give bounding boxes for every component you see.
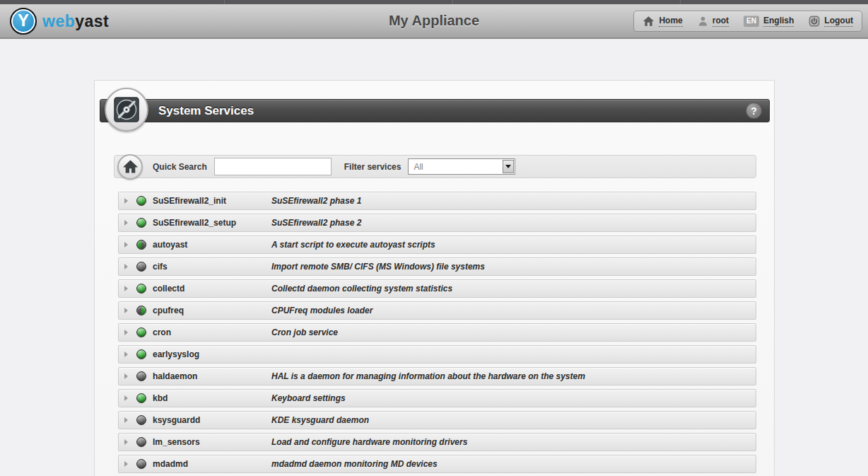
- service-list: SuSEfirewall2_init SuSEfirewall2 phase 1…: [118, 192, 756, 476]
- search-toolbar: Quick Search Filter services All: [114, 155, 756, 178]
- service-name: collectd: [153, 284, 271, 294]
- nav-logout[interactable]: Logout: [809, 16, 853, 27]
- expand-arrow-icon[interactable]: [124, 198, 131, 204]
- service-row[interactable]: haldaemon HAL is a daemon for managing i…: [118, 367, 756, 385]
- user-icon: [698, 16, 708, 27]
- service-description: Load and configure hardware monitoring d…: [271, 437, 467, 447]
- nav-user[interactable]: root: [698, 16, 729, 27]
- nav-language-label: English: [763, 16, 794, 27]
- expand-arrow-icon[interactable]: [124, 330, 131, 335]
- hard-disk-icon: [105, 88, 148, 132]
- service-row[interactable]: autoyast A start script to execute autoy…: [118, 236, 756, 254]
- language-badge: EN: [744, 16, 759, 27]
- nav-user-label: root: [712, 16, 729, 27]
- expand-arrow-icon[interactable]: [124, 439, 131, 445]
- expand-arrow-icon[interactable]: [124, 395, 131, 401]
- module-header: System Services ?: [100, 99, 770, 122]
- service-name: lm_sensors: [153, 437, 271, 447]
- help-button[interactable]: ?: [746, 103, 762, 119]
- overview-home-button[interactable]: [117, 154, 143, 180]
- service-description: KDE ksysguard daemon: [271, 415, 369, 425]
- service-name: cifs: [153, 262, 271, 272]
- app-header: Y webyast My Appliance Home root EN Engl…: [0, 4, 868, 39]
- service-row[interactable]: SuSEfirewall2_init SuSEfirewall2 phase 1: [118, 192, 756, 210]
- expand-arrow-icon[interactable]: [124, 242, 131, 248]
- dropdown-arrow-icon[interactable]: [503, 160, 514, 173]
- filter-services-select[interactable]: All: [408, 158, 515, 175]
- nav-home-label: Home: [659, 16, 682, 27]
- expand-arrow-icon[interactable]: [124, 308, 131, 313]
- status-dot-running: [136, 284, 146, 294]
- service-description: Collectd daemon collecting system statis…: [271, 284, 452, 294]
- status-dot-partial_left: [136, 240, 146, 250]
- status-dot-running: [136, 196, 146, 206]
- filter-selected-value: All: [414, 162, 423, 172]
- expand-arrow-icon[interactable]: [124, 373, 131, 379]
- status-dot-stopped: [136, 415, 146, 425]
- content-panel: System Services ? Quick Search Filter se…: [94, 80, 775, 476]
- service-row[interactable]: cifs Import remote SMB/ CIFS (MS Windows…: [118, 257, 756, 276]
- filter-services-label: Filter services: [344, 162, 401, 172]
- service-description: HAL is a daemon for managing information…: [271, 371, 585, 381]
- home-icon: [123, 160, 138, 173]
- service-description: Cron job service: [271, 327, 338, 337]
- service-name: earlysyslog: [153, 349, 271, 359]
- status-dot-stopped: [136, 262, 146, 272]
- expand-arrow-icon[interactable]: [124, 286, 131, 291]
- service-description: mdadmd daemon monitoring MD devices: [271, 459, 438, 469]
- expand-arrow-icon[interactable]: [124, 417, 131, 423]
- service-row[interactable]: ksysguardd KDE ksysguard daemon: [118, 411, 756, 429]
- service-row[interactable]: cpufreq CPUFreq modules loader: [118, 301, 756, 320]
- nav-logout-label: Logout: [824, 16, 853, 27]
- service-name: cpufreq: [153, 306, 271, 315]
- status-dot-stopped: [136, 459, 146, 469]
- expand-arrow-icon[interactable]: [124, 220, 131, 226]
- service-row[interactable]: mdadmd mdadmd daemon monitoring MD devic…: [118, 455, 756, 473]
- logout-icon: [809, 16, 820, 27]
- expand-arrow-icon[interactable]: [124, 352, 131, 357]
- service-description: SuSEfirewall2 phase 1: [271, 196, 361, 206]
- status-dot-stopped: [136, 371, 146, 381]
- service-name: kbd: [153, 393, 271, 403]
- service-name: mdadmd: [153, 459, 271, 469]
- user-nav: Home root EN English Logout: [633, 11, 862, 32]
- service-row[interactable]: earlysyslog: [118, 345, 756, 364]
- nav-language[interactable]: EN English: [744, 16, 794, 27]
- expand-arrow-icon[interactable]: [124, 264, 131, 269]
- service-row[interactable]: cron Cron job service: [118, 323, 756, 342]
- status-dot-partial_right: [136, 306, 146, 315]
- status-dot-running: [136, 218, 146, 228]
- module-title: System Services: [158, 100, 254, 122]
- status-dot-stopped: [136, 437, 146, 447]
- quick-search-input[interactable]: [214, 158, 332, 175]
- service-description: Keyboard settings: [271, 393, 346, 403]
- service-row[interactable]: collectd Collectd daemon collecting syst…: [118, 279, 756, 298]
- service-name: haldaemon: [153, 371, 271, 381]
- service-name: autoyast: [153, 240, 271, 250]
- status-dot-running: [136, 327, 146, 337]
- service-description: A start script to execute autoyast scrip…: [271, 240, 435, 250]
- nav-home[interactable]: Home: [643, 16, 682, 27]
- status-dot-running: [136, 393, 146, 403]
- service-description: SuSEfirewall2 phase 2: [271, 218, 361, 228]
- expand-arrow-icon[interactable]: [124, 461, 131, 467]
- service-name: ksysguardd: [153, 415, 271, 425]
- service-description: CPUFreq modules loader: [271, 306, 373, 315]
- service-row[interactable]: SuSEfirewall2_setup SuSEfirewall2 phase …: [118, 214, 756, 232]
- service-name: cron: [153, 327, 271, 337]
- status-dot-running: [136, 349, 146, 359]
- service-name: SuSEfirewall2_init: [153, 196, 271, 206]
- service-description: Import remote SMB/ CIFS (MS Windows) fil…: [271, 262, 485, 272]
- service-row[interactable]: lm_sensors Load and configure hardware m…: [118, 433, 756, 451]
- home-icon: [643, 16, 655, 27]
- service-row[interactable]: kbd Keyboard settings: [118, 389, 756, 407]
- quick-search-label: Quick Search: [153, 162, 207, 172]
- webyast-window: Y webyast My Appliance Home root EN Engl…: [0, 0, 868, 476]
- service-name: SuSEfirewall2_setup: [153, 218, 271, 228]
